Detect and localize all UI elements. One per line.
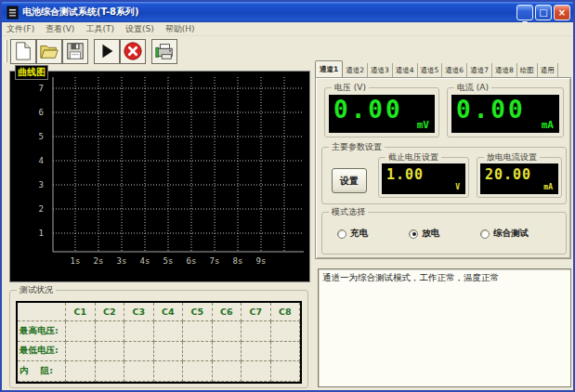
tab[interactable]: 通道2 (343, 63, 368, 77)
open-folder-icon (39, 41, 59, 61)
radio-label: 充电 (350, 228, 368, 240)
discharge-current-display: 20.00 mA (480, 163, 558, 194)
table-cell (271, 361, 301, 382)
table-cell (96, 361, 125, 382)
table-cell (154, 342, 184, 362)
table-col-header: C1 (66, 303, 96, 321)
table-cell (124, 361, 154, 382)
discharge-current-unit: mA (543, 183, 553, 191)
svg-text:7: 7 (39, 84, 44, 93)
window-title: 电池综合测试系统(T-8系列) (22, 6, 515, 19)
table-cell (242, 342, 271, 362)
table-cell (96, 321, 125, 342)
table-col-header: C2 (96, 303, 125, 321)
discharge-current-label: 放电电流设置 (484, 151, 540, 163)
start-button[interactable] (94, 39, 120, 64)
table-cell (242, 361, 271, 382)
table-col-header: C6 (213, 303, 242, 321)
radio-label: 综合测试 (493, 228, 529, 240)
table-row-label: 最高电压: (18, 321, 66, 342)
channel-panel: 电压 (V) 0.00 mV 电流 (A) 0.00 mA 主要参数设置 设置 … (315, 77, 571, 259)
tab[interactable]: 通道8 (492, 63, 517, 77)
mode-radio[interactable]: 充电 (337, 228, 368, 240)
svg-text:2s: 2s (94, 256, 104, 266)
tab[interactable]: 通道4 (393, 63, 418, 77)
set-parameters-button[interactable]: 设置 (332, 168, 367, 193)
maximize-icon: □ (539, 7, 547, 18)
tab[interactable]: 通道3 (368, 63, 393, 77)
toolbar-grip[interactable] (5, 40, 7, 62)
tab[interactable]: 绘图 (517, 63, 538, 77)
status-log[interactable]: 通道一为综合测试模式，工作正常，温度正常 (318, 268, 571, 387)
mode-group: 模式选择 充电放电综合测试 (321, 212, 567, 255)
title-bar[interactable]: 电池综合测试系统(T-8系列) _ □ × (2, 2, 573, 22)
table-row-label: 内 阻: (18, 361, 66, 382)
test-status-group: 测试状况 C1C2C3C4C5C6C7C8最高电压:最低电压:内 阻: (9, 290, 308, 388)
table-cell (183, 361, 213, 382)
tab[interactable]: 通道5 (418, 63, 443, 77)
menu-item[interactable]: 文件(F) (7, 23, 34, 35)
minimize-button[interactable]: _ (516, 5, 533, 20)
current-group-label: 电流 (A) (454, 82, 491, 94)
table-col-header: C4 (154, 303, 184, 321)
parameters-group: 主要参数设置 设置 截止电压设置 1.00 V 放电电流设置 20.00 mA (321, 147, 567, 204)
table-corner-cell (18, 303, 66, 321)
table-cell (66, 321, 96, 342)
cutoff-voltage-group: 截止电压设置 1.00 V (378, 157, 469, 198)
stop-button[interactable] (120, 39, 146, 64)
mode-radio[interactable]: 综合测试 (480, 228, 529, 240)
svg-text:3: 3 (39, 180, 44, 189)
close-icon: × (558, 7, 566, 18)
current-value: 0.00 (456, 96, 526, 124)
svg-text:1s: 1s (71, 256, 81, 266)
svg-text:2: 2 (39, 204, 44, 214)
table-cell (183, 342, 213, 362)
radio-icon (337, 229, 346, 239)
svg-text:8s: 8s (233, 256, 243, 266)
menu-item[interactable]: 设置(S) (125, 23, 154, 35)
svg-text:9s: 9s (256, 256, 267, 266)
radio-icon (480, 229, 490, 239)
tab[interactable]: 通道6 (442, 63, 467, 77)
table-cell (124, 321, 154, 342)
svg-text:5: 5 (39, 132, 44, 141)
current-unit: mA (542, 119, 554, 131)
svg-text:6s: 6s (187, 256, 197, 266)
voltage-unit: mV (417, 119, 429, 131)
new-file-button[interactable] (10, 39, 36, 64)
play-icon (97, 41, 117, 61)
minimize-icon: _ (523, 14, 528, 20)
svg-text:5s: 5s (163, 256, 174, 266)
menu-item[interactable]: 查看(V) (46, 23, 74, 35)
printer-icon (154, 41, 175, 61)
table-col-header: C8 (271, 303, 301, 321)
open-file-button[interactable] (36, 39, 62, 64)
tab[interactable]: 通道1 (315, 60, 343, 77)
svg-text:1: 1 (39, 229, 44, 238)
table-cell (271, 342, 301, 362)
menu-item[interactable]: 帮助(H) (165, 23, 195, 35)
voltage-group-label: 电压 (V) (332, 82, 369, 94)
voltage-group: 电压 (V) 0.00 mV (324, 87, 439, 137)
app-icon (7, 6, 19, 20)
curve-chart-group: 曲线图 76543211s2s3s4s5s6s7s8s9s (9, 71, 310, 282)
curve-chart-plot: 76543211s2s3s4s5s6s7s8s9s (10, 73, 309, 285)
mode-radio[interactable]: 放电 (409, 228, 439, 240)
parameters-group-label: 主要参数设置 (329, 141, 385, 153)
discharge-current-group: 放电电流设置 20.00 mA (477, 157, 562, 198)
tab[interactable]: 通道7 (467, 63, 492, 77)
tab[interactable]: 通用 (538, 63, 558, 77)
channel-tab-bar: 通道1通道2通道3通道4通道5通道6通道7通道8绘图通用 (315, 59, 573, 77)
save-button[interactable] (62, 39, 88, 64)
table-cell (271, 321, 301, 342)
svg-text:4s: 4s (140, 256, 150, 266)
menu-item[interactable]: 工具(T) (85, 23, 114, 35)
svg-text:7s: 7s (210, 256, 220, 266)
table-cell (96, 342, 125, 362)
maximize-button[interactable]: □ (535, 5, 552, 20)
print-button[interactable] (151, 39, 177, 64)
svg-text:4: 4 (39, 156, 44, 165)
cutoff-voltage-value: 1.00 (386, 166, 424, 183)
close-button[interactable]: × (554, 5, 570, 20)
discharge-current-value: 20.00 (485, 166, 531, 183)
